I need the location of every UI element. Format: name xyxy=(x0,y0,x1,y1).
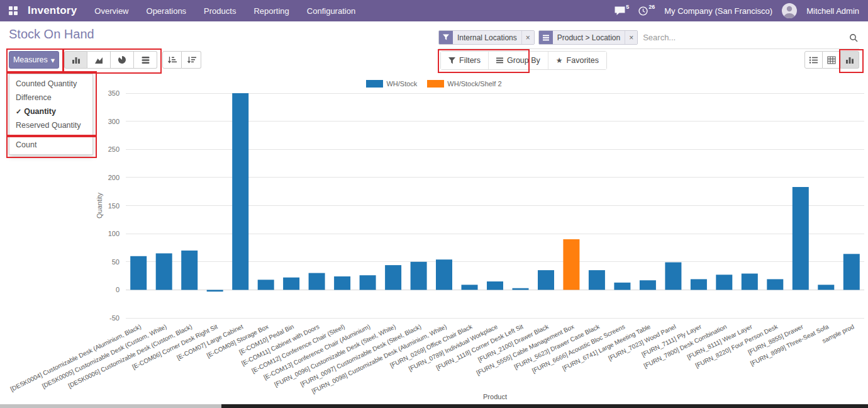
bar-furn-0789-individual-workplace[interactable] xyxy=(487,281,503,290)
inventory-graph-page: Inventory OverviewOperationsProductsRepo… xyxy=(0,0,868,408)
menu-item-operations[interactable]: Operations xyxy=(147,6,187,16)
pivot-view-icon xyxy=(827,56,836,64)
horizontal-scrollbar[interactable] xyxy=(0,404,868,408)
bar-desk0005-customizable-desk-custom-white[interactable] xyxy=(156,253,172,290)
bar-e-com06-corner-desk-right-sit[interactable] xyxy=(207,290,223,292)
sort-asc-icon xyxy=(167,56,177,64)
bar-furn-8999-three-seat-sofa[interactable] xyxy=(818,285,834,290)
facet-remove-icon[interactable]: × xyxy=(625,31,637,44)
bar-furn-5623-drawer-case-black[interactable] xyxy=(589,270,605,290)
bar-e-com10-pedal-bin[interactable] xyxy=(283,278,299,290)
menu-item-configuration[interactable]: Configuration xyxy=(307,6,355,16)
bar-furn-1118-corner-desk-left-sit[interactable] xyxy=(513,288,529,290)
bar-furn-8111-wear-layer[interactable] xyxy=(742,274,758,290)
stacked-toggle-button[interactable] xyxy=(134,51,157,69)
bar-furn-5555-cable-management-box[interactable] xyxy=(563,239,579,290)
x-axis-title: Product xyxy=(483,393,507,400)
legend-swatch xyxy=(366,80,383,88)
sort-switcher xyxy=(162,51,201,69)
measure-option-quantity[interactable]: ✓Quantity xyxy=(9,105,92,118)
legend-item-wh-stock-shelf-2[interactable]: WH/Stock/Shelf 2 xyxy=(427,80,501,88)
check-icon: ✓ xyxy=(16,108,21,116)
bar-furn-6741-large-meeting-table[interactable] xyxy=(640,280,656,290)
top-navbar: Inventory OverviewOperationsProductsRepo… xyxy=(0,0,868,21)
bar-furn-7800-desk-combination[interactable] xyxy=(716,275,732,290)
bar-furn-7111-ply-layer[interactable] xyxy=(691,279,707,290)
activities-icon[interactable]: 26 xyxy=(638,6,655,16)
facet-value: Product > Location xyxy=(553,31,625,44)
app-title[interactable]: Inventory xyxy=(28,4,77,17)
dropdown-divider xyxy=(9,135,92,135)
menu-item-products[interactable]: Products xyxy=(204,6,236,16)
bar-furn-0097-customizable-desk-steel-black[interactable] xyxy=(411,262,427,290)
measure-option-reserved-quantity[interactable]: Reserved Quantity xyxy=(9,118,92,132)
bar-furn-2100-drawer-black[interactable] xyxy=(538,270,554,290)
systray: 5 26 My Company (San Francisco) Mitchell… xyxy=(615,3,859,18)
bar-furn-8855-drawer[interactable] xyxy=(793,187,809,290)
measures-dropdown: Counted QuantityDifference✓QuantityReser… xyxy=(9,74,93,155)
pie-chart-type-button[interactable] xyxy=(111,51,134,69)
page-title: Stock On Hand xyxy=(9,27,94,42)
svg-text:200: 200 xyxy=(108,174,120,181)
search-input[interactable] xyxy=(642,32,844,43)
stacked-bars-icon xyxy=(142,56,150,64)
menu-item-overview[interactable]: Overview xyxy=(94,6,128,16)
facet-value: Internal Locations xyxy=(453,31,521,44)
bar-furn-7023-wood-panel[interactable] xyxy=(665,263,681,290)
area-chart-icon xyxy=(94,56,104,64)
bar-furn-0096-customizable-desk-steel-white[interactable] xyxy=(385,265,401,290)
apps-menu-icon[interactable] xyxy=(9,6,18,15)
pivot-view-button[interactable] xyxy=(823,51,841,69)
filters-button[interactable]: Filters xyxy=(441,52,489,69)
group-by-label: Group By xyxy=(507,56,540,65)
list-view-icon xyxy=(809,56,818,64)
favorites-button[interactable]: ★ Favorites xyxy=(548,52,606,69)
bar-e-com12-conference-chair-steel[interactable] xyxy=(334,276,350,290)
measure-option-counted-quantity[interactable]: Counted Quantity xyxy=(9,77,92,91)
y-axis-title: Quantity xyxy=(96,193,103,218)
avatar[interactable] xyxy=(782,3,797,18)
svg-text:100: 100 xyxy=(108,230,120,237)
svg-text:50: 50 xyxy=(112,258,120,266)
group-by-button[interactable]: Group By xyxy=(489,52,548,69)
activities-badge: 26 xyxy=(648,4,655,10)
scrollbar-thumb[interactable] xyxy=(221,404,868,408)
sort-desc-button[interactable] xyxy=(182,51,201,69)
user-menu[interactable]: Mitchell Admin xyxy=(806,6,859,16)
bar-chart-type-button[interactable] xyxy=(64,51,87,69)
facet-remove-icon[interactable]: × xyxy=(521,31,534,44)
search-icon[interactable] xyxy=(848,33,859,42)
bar-e-com11-cabinet-with-doors[interactable] xyxy=(309,273,325,290)
company-switcher[interactable]: My Company (San Francisco) xyxy=(664,6,772,16)
bar-e-com08-storage-box[interactable] xyxy=(258,280,274,290)
menu-item-reporting[interactable]: Reporting xyxy=(253,6,289,16)
chart-legend: WH/StockWH/Stock/Shelf 2 xyxy=(0,80,868,88)
svg-text:0: 0 xyxy=(116,286,120,293)
messages-icon[interactable]: 5 xyxy=(615,6,629,16)
bar-furn-0269-office-chair-black[interactable] xyxy=(462,285,478,290)
graph-view-button[interactable] xyxy=(841,51,859,69)
bar-sample-prod[interactable] xyxy=(843,254,860,290)
bar-e-com07-large-cabinet[interactable] xyxy=(232,93,248,290)
bar-furn-6666-acoustic-bloc-screens[interactable] xyxy=(614,283,630,290)
line-chart-type-button[interactable] xyxy=(87,51,111,69)
sort-asc-button[interactable] xyxy=(162,51,182,69)
bar-desk0006-customizable-desk-custom-black[interactable] xyxy=(181,251,198,290)
chat-bubble-icon xyxy=(615,6,625,16)
graph-view-icon xyxy=(845,56,854,64)
bar-desk0004-customizable-desk-aluminium-black[interactable] xyxy=(130,256,147,290)
caret-down-icon: ▾ xyxy=(51,55,55,65)
favorites-label: Favorites xyxy=(567,56,599,65)
measures-button[interactable]: Measures ▾ xyxy=(9,51,59,69)
top-menu: OverviewOperationsProductsReportingConfi… xyxy=(94,6,355,16)
bar-e-com13-conference-chair-aluminium[interactable] xyxy=(360,275,376,290)
bar-furn-0098-customizable-desk-aluminium-white[interactable] xyxy=(436,259,452,290)
measure-option-difference[interactable]: Difference xyxy=(9,91,92,105)
clock-icon xyxy=(638,6,648,16)
legend-item-wh-stock[interactable]: WH/Stock xyxy=(366,80,417,88)
filter-icon xyxy=(439,31,453,44)
svg-text:300: 300 xyxy=(108,118,120,125)
list-view-button[interactable] xyxy=(804,51,823,69)
measure-option-count[interactable]: Count xyxy=(9,138,92,152)
bar-furn-8220-four-person-desk[interactable] xyxy=(767,279,783,290)
